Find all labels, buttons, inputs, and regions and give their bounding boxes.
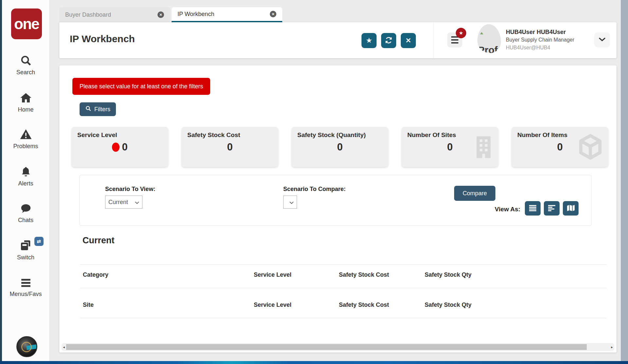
tab-bar: Buyer Dashboard ✕ IP Workbench ✕: [59, 7, 282, 22]
filters-button[interactable]: Filters: [80, 102, 116, 116]
user-info: HUB4User HUB4User Buyer Supply Chain Man…: [506, 28, 574, 52]
window-scroll-gutter[interactable]: [621, 0, 628, 361]
current-section-heading: Current: [83, 235, 115, 246]
app-root: one Search Home Problems: [0, 0, 628, 364]
user-id: HUB4User@HUB4: [506, 44, 574, 52]
align-left-view-icon: [547, 204, 556, 213]
horizontal-scrollbar[interactable]: ◂ ▸: [62, 343, 614, 351]
assistant-avatar[interactable]: [16, 336, 37, 357]
column-header: Safety Stock Qty: [425, 302, 471, 308]
page-title: IP Workbench: [70, 33, 135, 44]
page-header: IP Workbench ★ ✕ ★ Prof HUB4Us: [59, 22, 617, 58]
quick-menu-button[interactable]: ★: [447, 32, 462, 47]
user-avatar[interactable]: Prof: [477, 24, 501, 53]
refresh-icon: [384, 36, 393, 45]
kpi-safety-stock-cost: Safety Stock Cost 0: [181, 127, 278, 167]
sidebar-item-search[interactable]: Search: [2, 54, 49, 76]
scenario-to-view-select[interactable]: Current: [105, 196, 142, 209]
kpi-value: 0: [227, 141, 232, 153]
chevron-down-icon: [135, 199, 139, 206]
sidebar-item-chats[interactable]: Chats: [2, 203, 49, 224]
map-icon: [566, 204, 575, 213]
scenario-to-compare-select[interactable]: [283, 196, 297, 209]
one-logo[interactable]: one: [11, 9, 42, 39]
close-icon: ✕: [405, 37, 411, 44]
scenario-to-view-label: Scenario To View:: [105, 186, 155, 193]
sidebar-item-label: Search: [16, 69, 35, 76]
scenario-panel: Scenario To View: Current Scenario To Co…: [79, 175, 592, 226]
scroll-left-arrow-icon[interactable]: ◂: [62, 345, 66, 349]
user-menu-dropdown-button[interactable]: [594, 32, 610, 47]
hamburger-icon: [20, 277, 32, 288]
search-icon: [20, 54, 32, 67]
broken-image-icon: [480, 32, 483, 34]
sidebar-item-label: Menus/Favs: [9, 291, 42, 298]
compare-button[interactable]: Compare: [454, 186, 495, 201]
tab-label: Buyer Dashboard: [65, 11, 111, 18]
sidebar-item-home[interactable]: Home: [2, 92, 49, 113]
scrollbar-thumb[interactable]: [66, 344, 587, 350]
column-header: Category: [83, 271, 108, 278]
column-header: Site: [83, 302, 94, 308]
sidebar-item-menus-favs[interactable]: Menus/Favs: [2, 277, 49, 298]
kpi-service-level: Service Level 0: [71, 127, 168, 167]
sidebar-item-problems[interactable]: Problems: [2, 128, 49, 150]
kpi-value: 0: [557, 141, 563, 153]
user-name: HUB4User HUB4User: [506, 28, 574, 36]
header-divider: [433, 22, 434, 58]
tab-ip-workbench[interactable]: IP Workbench ✕: [172, 7, 282, 22]
column-header: Service Level: [254, 302, 291, 308]
switch-swap-badge-icon[interactable]: ⇄: [34, 237, 44, 246]
close-page-button[interactable]: ✕: [401, 33, 416, 48]
table-divider: [80, 318, 607, 318]
sidebar-item-switch[interactable]: ⇄ Switch: [2, 239, 49, 261]
home-icon: [20, 92, 32, 104]
favorite-button[interactable]: ★: [361, 33, 377, 48]
tab-buyer-dashboard[interactable]: Buyer Dashboard ✕: [59, 7, 170, 22]
kpi-card-row: Service Level 0 Safety Stock Cost 0 Safe…: [71, 127, 608, 167]
sidebar-item-alerts[interactable]: Alerts: [2, 165, 49, 187]
sidebar-item-label: Switch: [17, 254, 34, 261]
box-icon: [578, 133, 603, 162]
sidebar: one Search Home Problems: [0, 0, 50, 361]
scroll-right-arrow-icon[interactable]: ▸: [610, 345, 614, 349]
sidebar-item-label: Home: [18, 106, 33, 113]
sidebar-item-label: Problems: [13, 143, 38, 150]
view-as-list-button[interactable]: [525, 201, 541, 216]
kpi-safety-stock-quantity: Safety Stock (Quantity) 0: [291, 127, 388, 167]
column-header: Safety Stock Cost: [339, 302, 389, 308]
kpi-number-of-sites: Number Of Sites 0: [401, 127, 498, 167]
user-role: Buyer Supply Chain Manager: [506, 36, 574, 44]
window-bottom-edge: [0, 361, 628, 364]
scenario-to-compare-label: Scenario To Compare:: [283, 186, 346, 193]
sidebar-item-label: Chats: [18, 217, 33, 224]
list-view-icon: [528, 204, 537, 213]
warning-icon: [19, 128, 32, 141]
table-divider: [80, 288, 607, 288]
view-as-label: View As:: [495, 206, 520, 213]
refresh-button[interactable]: [381, 33, 396, 48]
sidebar-item-label: Alerts: [18, 180, 33, 187]
tab-close-icon[interactable]: ✕: [157, 11, 164, 18]
building-icon: [474, 135, 493, 161]
column-header: Safety Stock Qty: [425, 271, 471, 278]
bell-icon: [20, 165, 32, 178]
kpi-number-of-items: Number Of Items 0: [511, 127, 608, 167]
favorites-badge: ★: [456, 28, 466, 38]
search-icon: [85, 105, 91, 113]
view-as-summary-button[interactable]: [544, 201, 560, 216]
star-icon: ★: [366, 36, 372, 45]
status-red-dot: [112, 143, 120, 152]
filter-validation-alert: Please select value for at least one of …: [72, 78, 210, 95]
column-header: Safety Stock Cost: [339, 271, 389, 278]
column-header: Service Level: [254, 271, 291, 278]
tab-label: IP Workbench: [177, 11, 214, 18]
kpi-value: 0: [337, 141, 342, 153]
chat-icon: [20, 203, 32, 215]
view-as-map-button[interactable]: [563, 201, 579, 216]
kpi-value: 0: [447, 141, 453, 153]
table-divider: [80, 264, 607, 265]
chevron-down-icon: [289, 199, 294, 206]
tab-close-icon[interactable]: ✕: [270, 11, 276, 17]
kpi-value: 0: [122, 141, 127, 153]
